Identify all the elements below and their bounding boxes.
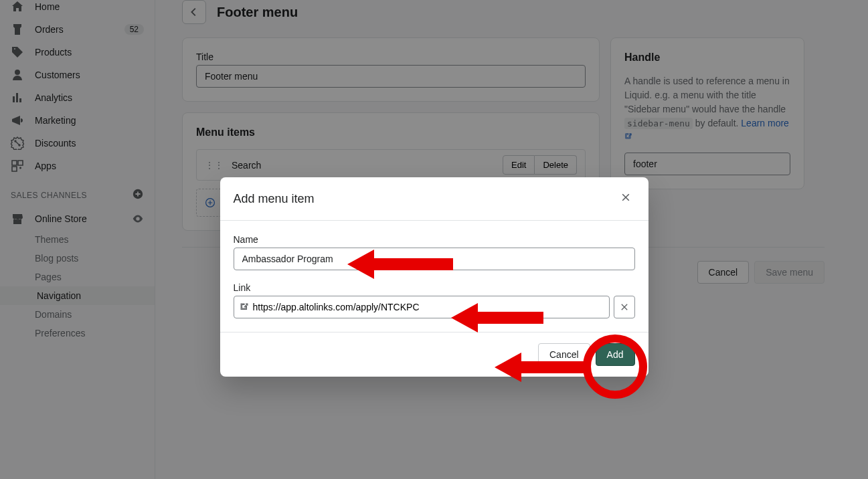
name-input[interactable] xyxy=(234,248,635,270)
modal-title: Add menu item xyxy=(234,192,315,206)
close-icon xyxy=(620,192,631,203)
clear-link-button[interactable] xyxy=(614,296,635,318)
name-label: Name xyxy=(234,234,635,245)
close-icon xyxy=(620,302,629,312)
close-modal-button[interactable] xyxy=(616,189,635,208)
link-label: Link xyxy=(234,282,635,293)
link-input[interactable] xyxy=(249,296,604,318)
add-menu-item-modal: Add menu item Name Link xyxy=(220,177,648,377)
external-link-icon xyxy=(240,302,249,312)
modal-cancel-button[interactable]: Cancel xyxy=(538,343,590,366)
modal-overlay: Add menu item Name Link xyxy=(0,0,868,479)
annotation-circle-add xyxy=(583,334,647,399)
